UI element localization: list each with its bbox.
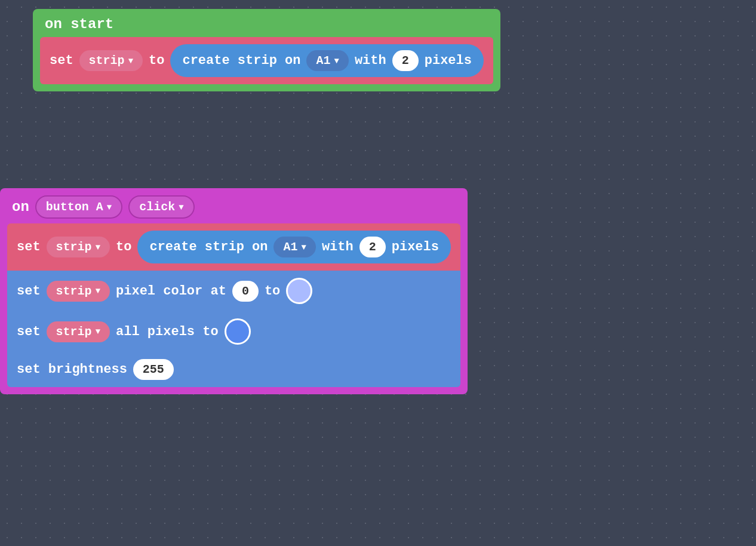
strip-dropdown-4[interactable]: strip ▼ <box>47 321 110 342</box>
set-brightness-stmt[interactable]: set brightness 255 <box>7 352 460 387</box>
purple-hat-container: on button A ▼ click ▼ set strip ▼ to cre… <box>0 188 468 394</box>
with-label-2: with <box>322 240 354 254</box>
pixels-num-2: 2 <box>369 240 376 254</box>
block-group-on-start: on start set strip ▼ to create strip on … <box>33 9 500 91</box>
pixels-label-1: pixels <box>425 53 472 68</box>
strip-dropdown-2[interactable]: strip ▼ <box>47 237 110 257</box>
hat-block-on-start[interactable]: on start <box>33 9 500 37</box>
create-strip-func-2[interactable]: create strip on A1 ▼ with 2 pixels <box>137 231 451 263</box>
button-sequence: set strip ▼ to create strip on A1 ▼ with… <box>7 223 460 387</box>
strip-dropdown-3[interactable]: strip ▼ <box>47 281 110 302</box>
set-strip-stmt-1[interactable]: set strip ▼ to create strip on A1 ▼ with… <box>40 37 493 84</box>
pixels-value-1[interactable]: 2 <box>392 50 419 71</box>
set-label-2: set <box>17 240 41 254</box>
create-label-1: create strip on <box>182 53 300 68</box>
to-label-1: to <box>149 53 164 68</box>
set-pixel-color-stmt[interactable]: set strip ▼ pixel color at 0 to <box>7 271 460 311</box>
pixel-index-num: 0 <box>242 284 249 298</box>
to-label-3: to <box>265 284 280 299</box>
all-pixels-to-label: all pixels to <box>116 324 219 339</box>
on-start-sequence: set strip ▼ to create strip on A1 ▼ with… <box>40 37 493 84</box>
pixels-value-2[interactable]: 2 <box>359 237 386 257</box>
green-hat-container: on start set strip ▼ to create strip on … <box>33 9 500 91</box>
brightness-num: 255 <box>143 363 164 376</box>
set-brightness-label: set brightness <box>17 362 127 377</box>
click-label: click <box>139 200 175 214</box>
pixels-label-2: pixels <box>392 240 439 254</box>
strip-label-3: strip <box>56 284 92 298</box>
strip-arrow-2: ▼ <box>96 243 100 252</box>
set-all-pixels-stmt[interactable]: set strip ▼ all pixels to <box>7 311 460 352</box>
create-label-2: create strip on <box>149 240 268 254</box>
pixels-num-1: 2 <box>402 54 409 68</box>
on-label: on <box>12 199 29 215</box>
brightness-value[interactable]: 255 <box>133 359 174 380</box>
pin-arrow-1: ▼ <box>334 56 339 66</box>
pin-dropdown-1[interactable]: A1 ▼ <box>306 50 348 71</box>
strip-label-4: strip <box>56 325 92 339</box>
strip-dropdown-1[interactable]: strip ▼ <box>79 50 143 71</box>
create-strip-func-1[interactable]: create strip on A1 ▼ with 2 pixels <box>170 44 484 77</box>
pixel-color-at-label: pixel color at <box>116 284 226 299</box>
pixel-index-value[interactable]: 0 <box>232 281 259 302</box>
block-group-on-button: on button A ▼ click ▼ set strip ▼ to cre… <box>0 188 468 394</box>
strip-arrow-4: ▼ <box>96 327 100 336</box>
set-label-4: set <box>17 324 41 339</box>
click-dropdown[interactable]: click ▼ <box>128 195 194 219</box>
color-circle-blue[interactable] <box>225 318 251 345</box>
button-dropdown[interactable]: button A ▼ <box>35 195 122 219</box>
pin-dropdown-2[interactable]: A1 ▼ <box>273 237 315 257</box>
on-start-label: on start <box>45 16 113 32</box>
pin-label-1: A1 <box>316 54 330 68</box>
with-label-1: with <box>355 53 386 68</box>
strip-label-1: strip <box>89 54 125 68</box>
set-label-3: set <box>17 284 41 299</box>
hat-block-on-button[interactable]: on button A ▼ click ▼ <box>0 188 468 223</box>
set-label-1: set <box>50 53 73 68</box>
strip-label-2: strip <box>56 240 92 254</box>
to-label-2: to <box>116 240 131 254</box>
set-strip-stmt-2[interactable]: set strip ▼ to create strip on A1 ▼ with… <box>7 223 460 271</box>
click-arrow: ▼ <box>179 203 183 212</box>
strip-arrow-1: ▼ <box>128 56 133 66</box>
pin-label-2: A1 <box>283 240 297 254</box>
color-circle-light[interactable] <box>286 278 312 304</box>
button-label: button A <box>46 200 103 214</box>
pin-arrow-2: ▼ <box>302 243 306 252</box>
button-arrow: ▼ <box>107 203 112 212</box>
strip-arrow-3: ▼ <box>96 286 100 296</box>
